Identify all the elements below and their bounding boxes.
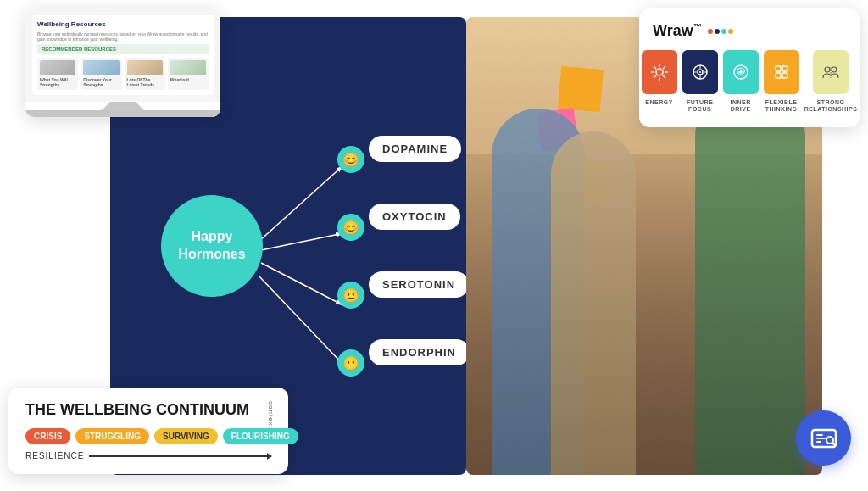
- wraw-icon-flexible-thinking: [764, 50, 799, 94]
- wraw-dot-red: [708, 29, 713, 34]
- pill-endorphin: ENDORPHIN: [369, 339, 470, 365]
- wraw-trademark: ™: [693, 22, 702, 31]
- emoji-oxytocin: 😊: [337, 214, 364, 241]
- badge-flourishing: FLOURISHING: [223, 428, 298, 444]
- laptop-card: Wellbeing Resources Browse your individu…: [25, 8, 220, 117]
- card-img-3: [127, 60, 163, 75]
- svg-rect-22: [776, 66, 781, 71]
- laptop-screen-content: Wellbeing Resources Browse your individu…: [32, 15, 214, 95]
- center-label: Happy Hormones: [178, 228, 245, 264]
- context-label: context: [267, 401, 275, 429]
- svg-line-2: [261, 263, 343, 305]
- wraw-label-inner-drive: INNERDRIVE: [730, 99, 750, 114]
- continuum-card: THE WELLBEING CONTINUUM CRISIS STRUGGLIN…: [8, 388, 288, 474]
- svg-rect-23: [782, 66, 787, 71]
- svg-line-10: [654, 66, 656, 69]
- svg-point-5: [656, 69, 663, 75]
- wraw-col-strong-relationships: STRONGRELATIONSHIPS: [804, 50, 858, 114]
- person-silhouette-3: [551, 131, 636, 475]
- card-title-3: Lots Of The Latest Trends: [127, 77, 163, 87]
- pill-oxytocin: OXYTOCIN: [369, 204, 460, 230]
- screen-subtitle: Browse your individually curated resourc…: [37, 31, 209, 42]
- wraw-col-flexible-thinking: FLEXIBLETHINKING: [764, 50, 799, 114]
- continuum-title: THE WELLBEING CONTINUUM: [25, 401, 271, 420]
- screen-recommended-bar: RECOMMENDED RESOURCES: [37, 44, 209, 54]
- svg-line-13: [654, 75, 656, 78]
- wraw-card: Wraw™ ENERGY: [639, 8, 860, 127]
- wraw-col-inner-drive: INNERDRIVE: [723, 50, 759, 114]
- wraw-label-strong-relationships: STRONGRELATIONSHIPS: [804, 99, 858, 114]
- happy-hormones-center: Happy Hormones: [161, 195, 263, 297]
- svg-line-3: [259, 276, 343, 365]
- badge-crisis: CRISIS: [25, 428, 70, 444]
- wraw-col-energy: ENERGY: [642, 50, 677, 114]
- laptop-base: [25, 110, 220, 117]
- card-img-1: [40, 60, 75, 75]
- svg-line-31: [832, 443, 835, 445]
- wraw-label-flexible-thinking: FLEXIBLETHINKING: [765, 99, 798, 114]
- wraw-dot-teal: [721, 29, 726, 34]
- screen-title: Wellbeing Resources: [37, 20, 209, 28]
- resource-card-1: What You Will Strengths: [37, 58, 78, 90]
- wraw-icon-future-focus: [682, 50, 718, 94]
- screen-resource-cards: What You Will Strengths Discover Your St…: [37, 58, 209, 90]
- card-title-1: What You Will Strengths: [40, 77, 75, 87]
- badge-surviving: SURVIVING: [154, 428, 218, 444]
- resource-card-3: Lots Of The Latest Trends: [125, 58, 165, 90]
- pill-serotonin: SEROTONIN: [369, 271, 469, 298]
- wraw-label-energy: ENERGY: [645, 99, 673, 106]
- wraw-logo-dots: [708, 29, 733, 34]
- tool-icon[interactable]: [796, 410, 851, 466]
- wraw-logo: Wraw™: [653, 22, 846, 40]
- card-img-2: [83, 60, 119, 75]
- resilience-bar: RESILIENCE: [25, 451, 271, 460]
- emoji-serotonin: 😐: [337, 282, 364, 309]
- svg-point-16: [699, 71, 701, 73]
- wraw-columns: ENERGY FUTUREFOCUS: [653, 50, 846, 114]
- wraw-dot-yellow: [728, 29, 733, 34]
- resilience-arrow: [89, 455, 271, 457]
- resilience-label: RESILIENCE: [25, 451, 84, 460]
- resource-card-4: What is it: [168, 58, 209, 90]
- laptop-neck: [102, 102, 144, 110]
- svg-rect-24: [776, 73, 781, 78]
- card-title-4: What is it: [170, 77, 206, 82]
- wraw-logo-text: Wraw: [653, 22, 693, 39]
- svg-line-0: [259, 165, 343, 242]
- continuum-badges: CRISIS STRUGGLING SURVIVING FLOURISHING: [25, 428, 271, 444]
- emoji-dopamine: 😊: [337, 146, 364, 173]
- card-title-2: Discover Your Strengths: [83, 77, 119, 87]
- svg-point-27: [832, 67, 837, 72]
- wraw-col-future-focus: FUTUREFOCUS: [682, 50, 718, 114]
- wraw-dot-navy: [715, 29, 720, 34]
- sticky-note-orange: [558, 66, 604, 112]
- wraw-icon-inner-drive: [723, 50, 759, 94]
- svg-line-11: [663, 75, 665, 78]
- hormones-diagram: Happy Hormones 😊 😊 😐 😶 DOPAMINE OXYTOCIN…: [127, 85, 449, 424]
- badge-struggling: STRUGGLING: [75, 428, 149, 444]
- resource-card-2: Discover Your Strengths: [81, 58, 121, 90]
- svg-line-1: [261, 233, 343, 250]
- emoji-endorphin: 😶: [337, 349, 364, 377]
- svg-point-26: [825, 67, 830, 72]
- wraw-label-future-focus: FUTUREFOCUS: [687, 99, 713, 114]
- svg-line-12: [663, 66, 665, 69]
- person-silhouette-1: [695, 86, 805, 475]
- svg-rect-25: [782, 73, 787, 78]
- laptop-screen: Wellbeing Resources Browse your individu…: [25, 8, 220, 102]
- pill-dopamine: DOPAMINE: [369, 136, 461, 162]
- wraw-icon-energy: [642, 50, 677, 94]
- wraw-icon-strong-relationships: [813, 50, 849, 94]
- card-img-4: [170, 60, 206, 75]
